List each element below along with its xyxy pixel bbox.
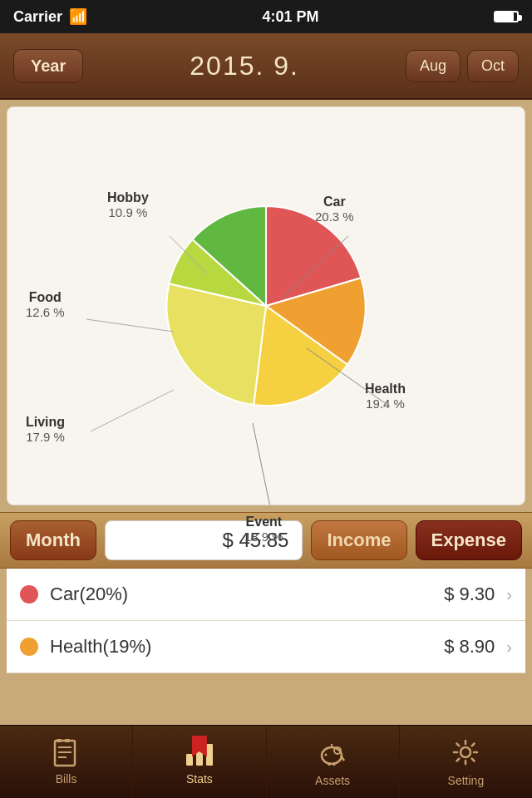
list-area: Car(20%) $ 9.30 › Health(19%) $ 8.90 › (7, 569, 525, 673)
oct-button[interactable]: Oct (467, 50, 519, 82)
food-label: Food 12.6 % (26, 290, 65, 319)
svg-point-15 (322, 747, 342, 764)
living-label: Living 17.9 % (26, 415, 65, 444)
tab-bills-label: Bills (56, 772, 77, 786)
car-label: Car 20.3 % (315, 195, 354, 224)
carrier-label: Carrier (13, 8, 62, 26)
svg-rect-10 (57, 739, 62, 742)
expense-button[interactable]: Expense (416, 520, 523, 560)
svg-line-2 (253, 423, 273, 505)
svg-rect-12 (186, 754, 193, 766)
battery-area (494, 11, 519, 22)
svg-rect-11 (65, 739, 70, 742)
header-nav-buttons: Aug Oct (406, 50, 519, 82)
car-item-amount: $ 9.30 (444, 584, 495, 605)
header: Year 2015. 9. Aug Oct (0, 33, 532, 100)
svg-rect-14 (206, 744, 213, 766)
setting-icon (451, 737, 480, 771)
tab-bar: Bills Stats Assets (0, 725, 532, 798)
aug-button[interactable]: Aug (406, 50, 461, 82)
health-dot (20, 638, 38, 656)
svg-point-22 (461, 747, 470, 757)
hobby-label: Hobby 10.9 % (107, 190, 149, 219)
stats-icon (185, 739, 214, 769)
chart-container: Car 20.3 % Health 19.4 % Event 18.9 % Li… (7, 107, 525, 505)
tab-assets-label: Assets (315, 774, 350, 787)
health-chevron-icon: › (506, 638, 512, 657)
tab-assets[interactable]: Assets (267, 726, 400, 798)
tab-setting[interactable]: Setting (400, 726, 532, 798)
health-item-label: Health(19%) (50, 636, 444, 658)
header-title: 2015. 9. (190, 51, 299, 81)
bills-icon (52, 739, 81, 769)
car-item-label: Car(20%) (50, 584, 444, 605)
tab-stats-label: Stats (186, 772, 213, 786)
chart-area: Car 20.3 % Health 19.4 % Event 18.9 % Li… (7, 106, 525, 505)
health-item-amount: $ 8.90 (444, 636, 495, 658)
year-button[interactable]: Year (13, 49, 83, 83)
battery-icon (494, 11, 519, 22)
status-bar: Carrier 📶 4:01 PM (0, 0, 532, 33)
car-chevron-icon: › (506, 585, 512, 604)
tab-bills[interactable]: Bills (0, 726, 133, 798)
list-item-car[interactable]: Car(20%) $ 9.30 › (7, 569, 525, 621)
tab-setting-label: Setting (448, 774, 485, 787)
month-button[interactable]: Month (10, 520, 96, 560)
wifi-icon: 📶 (69, 7, 87, 26)
event-label: Event 18.9 % (244, 515, 283, 544)
time-label: 4:01 PM (263, 8, 319, 26)
tab-stats[interactable]: Stats (133, 726, 266, 798)
svg-point-20 (325, 753, 328, 756)
car-dot (20, 585, 38, 603)
list-item-health[interactable]: Health(19%) $ 8.90 › (7, 621, 525, 673)
health-label: Health 19.4 % (365, 382, 406, 411)
assets-icon (318, 737, 347, 771)
income-button[interactable]: Income (311, 520, 406, 560)
